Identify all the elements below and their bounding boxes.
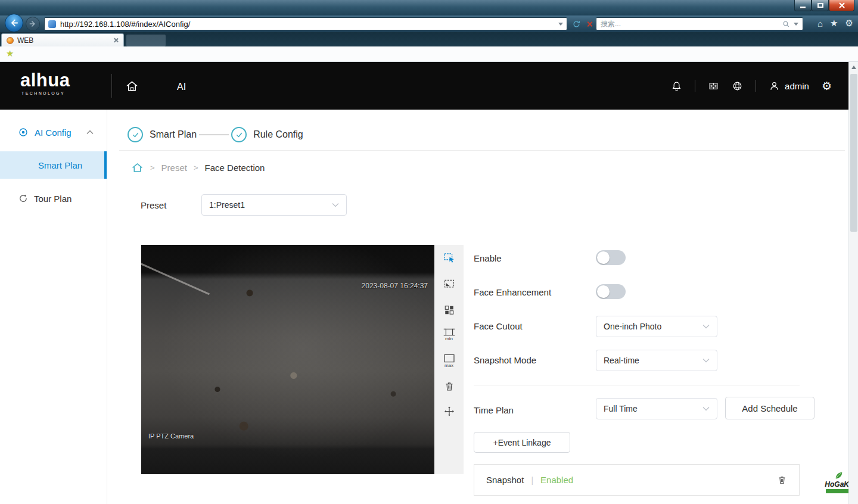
page-scrollbar[interactable]	[848, 62, 858, 504]
browser-tab-web[interactable]: WEB	[1, 33, 124, 46]
back-arrow-icon	[9, 18, 19, 28]
back-button[interactable]	[5, 14, 23, 32]
scrollbar-up-button[interactable]	[849, 62, 858, 72]
video-preview[interactable]: 2023-08-07 16:24:37 IP PTZ Camera	[141, 245, 434, 474]
event-linkage-button[interactable]: +Event Linkage	[474, 432, 570, 453]
web-page: alhua TECHNOLOGY AI	[0, 62, 858, 504]
browser-home-icon[interactable]: ⌂	[817, 18, 823, 29]
address-dropdown-icon[interactable]	[558, 23, 563, 26]
maximize-icon	[817, 3, 823, 8]
notification-bell-icon[interactable]	[671, 80, 682, 92]
snapshot-mode-select[interactable]: Real-time	[596, 350, 717, 371]
username-label: admin	[785, 81, 809, 91]
sidebar-item-ai-config[interactable]: AI Config	[0, 119, 107, 145]
breadcrumb-home-icon[interactable]	[131, 161, 144, 174]
enable-label: Enable	[474, 253, 502, 263]
face-cutout-value: One-inch Photo	[604, 322, 661, 331]
breadcrumb-separator: >	[194, 163, 198, 172]
refresh-icon[interactable]	[572, 20, 581, 29]
region-select-icon[interactable]	[443, 252, 455, 264]
step-check-icon	[231, 127, 247, 142]
clear-delete-icon[interactable]	[443, 381, 455, 392]
header-icon-divider	[695, 80, 695, 92]
address-bar[interactable]: http://192.168.1.108/#/index/AIConfig/	[44, 17, 567, 30]
browser-favorites-icon[interactable]: ★	[830, 18, 838, 29]
min-size-icon[interactable]: min	[443, 328, 455, 341]
forward-arrow-icon	[29, 20, 37, 28]
nav-tab-ai[interactable]: AI	[177, 82, 186, 92]
search-box[interactable]: 搜索...	[596, 17, 803, 30]
page-favicon-icon	[48, 20, 56, 28]
logo-text: alhua	[20, 71, 70, 89]
dahua-logo: alhua TECHNOLOGY	[20, 71, 70, 95]
draw-rule-icon[interactable]	[443, 278, 455, 290]
pixel-block-icon[interactable]	[443, 304, 455, 316]
snapshot-mode-value: Real-time	[604, 356, 639, 365]
header-icon-divider	[756, 80, 756, 92]
window-close-button[interactable]	[829, 0, 854, 11]
step-check-icon	[128, 127, 143, 142]
add-schedule-button[interactable]: Add Schedule	[725, 397, 815, 419]
face-cutout-select[interactable]: One-inch Photo	[596, 316, 717, 337]
video-camera-label: IP PTZ Camera	[148, 433, 194, 440]
browser-titlebar	[0, 0, 858, 15]
search-magnifier-icon[interactable]	[782, 20, 790, 28]
breadcrumb: > Preset > Face Detection	[131, 160, 265, 175]
linkage-status-badge: Enabled	[540, 475, 573, 485]
sidebar-label-ai-config: AI Config	[35, 127, 72, 138]
sidebar-item-smart-plan[interactable]: Smart Plan	[0, 151, 107, 179]
scrollbar-thumb[interactable]	[850, 74, 857, 232]
stepper: Smart Plan Rule Config	[128, 127, 303, 142]
browser-window: http://192.168.1.108/#/index/AIConfig/ 搜…	[0, 0, 858, 504]
max-size-icon[interactable]: max	[443, 354, 455, 368]
logo-subtext: TECHNOLOGY	[21, 91, 70, 95]
stop-icon[interactable]	[586, 21, 593, 27]
time-plan-label: Time Plan	[474, 405, 514, 415]
url-text[interactable]: http://192.168.1.108/#/index/AIConfig/	[60, 20, 190, 29]
tab-close-icon[interactable]	[113, 38, 119, 43]
favorites-bar: ★	[0, 46, 858, 62]
close-icon	[838, 2, 845, 9]
time-plan-select[interactable]: Full Time	[596, 398, 717, 419]
chevron-up-icon[interactable]	[86, 130, 94, 135]
sidebar-label-tour-plan: Tour Plan	[34, 194, 72, 204]
ai-config-icon	[18, 127, 29, 138]
forward-button[interactable]	[26, 17, 40, 31]
minimize-icon	[800, 7, 806, 8]
firewall-icon[interactable]	[708, 80, 719, 92]
enable-toggle[interactable]	[596, 250, 626, 265]
face-enhancement-toggle[interactable]	[596, 284, 626, 299]
chevron-down-icon	[702, 358, 710, 363]
sidebar-item-tour-plan[interactable]: Tour Plan	[0, 185, 107, 212]
settings-gear-icon[interactable]: ⚙	[822, 80, 832, 92]
window-maximize-button[interactable]	[812, 0, 829, 11]
panel-divider	[474, 385, 800, 385]
new-tab-button[interactable]	[126, 35, 166, 46]
delete-linkage-icon[interactable]	[777, 475, 787, 485]
section-divider	[119, 150, 845, 151]
chevron-down-icon	[702, 406, 710, 411]
language-globe-icon[interactable]	[732, 80, 743, 92]
search-placeholder[interactable]: 搜索...	[601, 19, 621, 29]
window-controls	[794, 0, 854, 11]
browser-tabbar: WEB	[0, 32, 858, 46]
move-icon[interactable]	[443, 406, 455, 417]
leaf-icon	[834, 471, 844, 480]
preset-select[interactable]: 1:Preset1	[201, 194, 347, 216]
sidebar: AI Config Smart Plan Tour Plan	[0, 110, 107, 504]
browser-tools-gear-icon[interactable]: ⚙	[845, 18, 853, 29]
window-minimize-button[interactable]	[794, 0, 812, 11]
arrow-up-icon	[851, 66, 856, 69]
app-home-icon[interactable]	[125, 79, 139, 95]
snapshot-mode-label: Snapshot Mode	[474, 355, 536, 365]
search-dropdown-icon[interactable]	[794, 23, 798, 26]
breadcrumb-item-preset[interactable]: Preset	[161, 163, 187, 173]
linkage-separator: |	[531, 475, 533, 485]
face-cutout-label: Face Cutout	[474, 321, 523, 331]
user-icon	[769, 80, 780, 92]
browser-navbar: http://192.168.1.108/#/index/AIConfig/ 搜…	[0, 15, 858, 32]
add-favorites-star-icon[interactable]: ★	[6, 48, 14, 59]
user-menu[interactable]: admin	[769, 80, 809, 92]
header-divider	[111, 74, 112, 98]
draw-toolbar: min max	[434, 245, 464, 474]
